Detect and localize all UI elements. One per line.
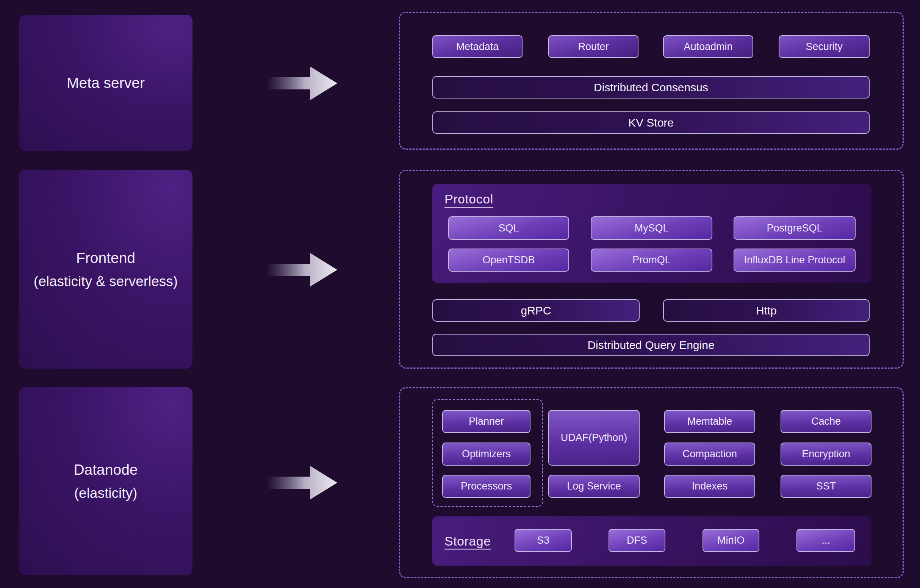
flow-arrow-icon [265, 463, 339, 502]
chip-promql: PromQL [591, 249, 713, 272]
storage-label: Storage [444, 534, 491, 549]
chip-udaf-python: UDAF(Python) [548, 410, 640, 466]
flow-arrow-icon [265, 250, 339, 290]
chip-autoadmin: Autoadmin [663, 35, 753, 58]
architecture-diagram: Meta server Frontend (elasticity & serve… [0, 0, 920, 588]
chip-metadata: Metadata [432, 35, 523, 58]
meta-server-title: Meta server [67, 75, 145, 90]
meta-server-box: Meta server [19, 15, 193, 151]
protocol-panel: Protocol SQL MySQL PostgreSQL OpenTSDB P… [432, 184, 871, 283]
chip-indexes: Indexes [664, 475, 755, 498]
frontend-section: Protocol SQL MySQL PostgreSQL OpenTSDB P… [399, 170, 904, 369]
meta-server-section: Metadata Router Autoadmin Security Distr… [399, 12, 904, 150]
protocol-label: Protocol [444, 192, 493, 206]
datanode-subtitle: (elasticity) [74, 486, 138, 500]
bar-distributed-consensus: Distributed Consensus [432, 76, 870, 99]
datanode-box: Datanode (elasticity) [19, 387, 193, 575]
chip-compaction: Compaction [664, 442, 755, 466]
chip-sst: SST [781, 475, 871, 498]
flow-arrow-icon [265, 64, 339, 103]
chip-cache: Cache [781, 410, 871, 433]
chip-planner: Planner [442, 410, 530, 433]
chip-memtable: Memtable [664, 410, 755, 433]
chip-mysql: MySQL [591, 216, 713, 240]
datanode-title: Datanode [73, 462, 138, 477]
bar-http: Http [663, 299, 870, 322]
chip-router: Router [548, 35, 638, 58]
frontend-box: Frontend (elasticity & serverless) [19, 170, 193, 369]
chip-more: ... [797, 529, 855, 552]
chip-opentsdb: OpenTSDB [448, 249, 569, 272]
chip-security: Security [779, 35, 870, 58]
chip-encryption: Encryption [781, 442, 871, 466]
storage-panel: Storage S3 DFS MinIO ... [432, 517, 871, 565]
chip-influxdb-line-protocol: InfluxDB Line Protocol [734, 249, 855, 272]
frontend-title: Frontend [76, 250, 135, 265]
chip-s3: S3 [515, 529, 572, 552]
chip-minio: MinIO [703, 529, 759, 552]
chip-dfs: DFS [609, 529, 666, 552]
chip-postgresql: PostgreSQL [734, 216, 855, 240]
chip-log-service: Log Service [548, 475, 640, 498]
chip-optimizers: Optimizers [442, 442, 530, 466]
bar-kv-store: KV Store [432, 112, 870, 134]
chip-processors: Processors [442, 475, 530, 498]
bar-grpc: gRPC [432, 299, 640, 322]
chip-sql: SQL [448, 216, 569, 240]
frontend-subtitle: (elasticity & serverless) [34, 274, 178, 288]
datanode-section: Planner Optimizers Processors UDAF(Pytho… [399, 387, 904, 578]
bar-distributed-query-engine: Distributed Query Engine [432, 334, 870, 356]
